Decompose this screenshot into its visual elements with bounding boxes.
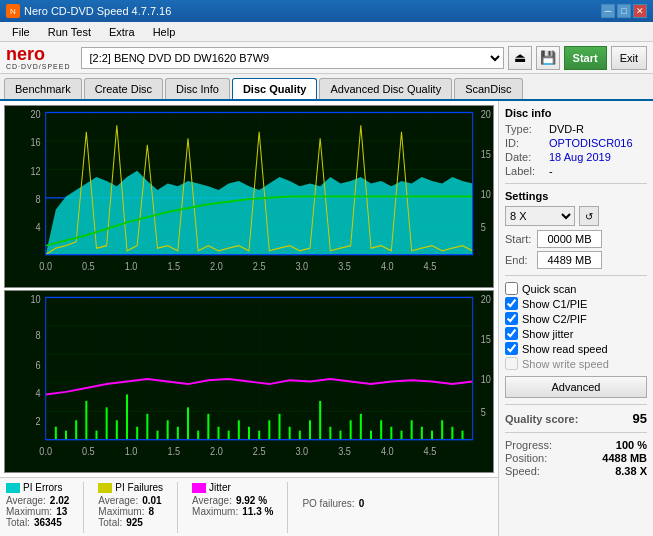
show-write-speed-label: Show write speed [522,358,609,370]
show-jitter-label: Show jitter [522,328,573,340]
disc-type-label: Type: [505,123,545,135]
pi-errors-max-label: Maximum: [6,506,52,517]
svg-text:4: 4 [35,387,40,399]
eject-icon[interactable]: ⏏ [508,46,532,70]
show-read-speed-label: Show read speed [522,343,608,355]
svg-text:10: 10 [30,293,40,305]
jitter-legend-color [192,483,206,493]
jitter-avg-label: Average: [192,495,232,506]
drive-selector[interactable]: [2:2] BENQ DVD DD DW1620 B7W9 [81,47,504,69]
end-label: End: [505,254,533,266]
tab-disc-quality[interactable]: Disc Quality [232,78,318,99]
svg-text:1.5: 1.5 [167,260,180,272]
po-failures-stats: PO failures: 0 [302,482,364,533]
pi-errors-legend-label: PI Errors [23,482,62,493]
svg-text:0.0: 0.0 [39,445,52,457]
minimize-button[interactable]: ─ [601,4,615,18]
charts-area: 20 16 12 8 4 20 15 10 5 0.0 0.5 1.0 1.5 … [0,101,498,477]
maximize-button[interactable]: □ [617,4,631,18]
menu-help[interactable]: Help [145,24,184,40]
pi-failures-avg-value: 0.01 [142,495,161,506]
exit-button[interactable]: Exit [611,46,647,70]
disc-id-label: ID: [505,137,545,149]
start-label: Start: [505,233,533,245]
menu-file[interactable]: File [4,24,38,40]
quick-scan-row: Quick scan [505,282,647,295]
svg-text:5: 5 [481,406,486,418]
close-button[interactable]: ✕ [633,4,647,18]
svg-text:4.5: 4.5 [424,260,437,272]
pi-errors-total-value: 36345 [34,517,62,528]
save-icon[interactable]: 💾 [536,46,560,70]
speed-selector[interactable]: 8 X [505,206,575,226]
title-bar-text: Nero CD-DVD Speed 4.7.7.16 [24,5,171,17]
divider-1 [505,183,647,184]
stat-separator-3 [287,482,288,533]
progress-label: Progress: [505,439,552,451]
svg-text:2.0: 2.0 [210,445,223,457]
menu-run-test[interactable]: Run Test [40,24,99,40]
svg-text:16: 16 [30,136,40,148]
show-jitter-row: Show jitter [505,327,647,340]
svg-text:15: 15 [481,333,491,345]
pi-failures-legend-label: PI Failures [115,482,163,493]
show-c1pie-row: Show C1/PIE [505,297,647,310]
progress-value: 100 % [616,439,647,451]
quick-scan-label: Quick scan [522,283,576,295]
show-write-speed-row: Show write speed [505,357,647,370]
right-panel: Disc info Type: DVD-R ID: OPTODISCR016 D… [498,101,653,536]
svg-text:12: 12 [30,165,40,177]
advanced-button[interactable]: Advanced [505,376,647,398]
start-button[interactable]: Start [564,46,607,70]
pi-errors-avg-value: 2.02 [50,495,69,506]
jitter-avg-value: 9.92 % [236,495,267,506]
pi-errors-total-label: Total: [6,517,30,528]
speed-refresh-icon[interactable]: ↺ [579,206,599,226]
divider-2 [505,275,647,276]
menu-bar: File Run Test Extra Help [0,22,653,42]
show-c2pif-label: Show C2/PIF [522,313,587,325]
pi-failures-max-value: 8 [148,506,154,517]
svg-text:4.5: 4.5 [424,445,437,457]
start-input[interactable] [537,230,602,248]
settings-title: Settings [505,190,647,202]
svg-text:1.0: 1.0 [125,445,138,457]
show-c2pif-checkbox[interactable] [505,312,518,325]
disc-type-row: Type: DVD-R [505,123,647,135]
pi-errors-legend-color [6,483,20,493]
show-write-speed-checkbox [505,357,518,370]
disc-label-label: Label: [505,165,545,177]
svg-text:0.5: 0.5 [82,260,95,272]
po-failures-value: 0 [359,498,365,509]
svg-text:6: 6 [35,359,40,371]
show-c1pie-label: Show C1/PIE [522,298,587,310]
pi-failures-max-label: Maximum: [98,506,144,517]
disc-type-value: DVD-R [549,123,584,135]
svg-text:15: 15 [481,148,491,160]
disc-id-row: ID: OPTODISCR016 [505,137,647,149]
show-read-speed-row: Show read speed [505,342,647,355]
logo-subtext: CD·DVD/SPEED [6,63,71,70]
menu-extra[interactable]: Extra [101,24,143,40]
pi-failures-total-label: Total: [98,517,122,528]
end-input[interactable] [537,251,602,269]
jitter-max-value: 11.3 % [242,506,273,517]
tab-scandisc[interactable]: ScanDisc [454,78,522,99]
svg-text:5: 5 [481,221,486,233]
divider-3 [505,404,647,405]
tab-disc-info[interactable]: Disc Info [165,78,230,99]
pi-errors-max-value: 13 [56,506,67,517]
svg-text:10: 10 [481,188,491,200]
svg-text:20: 20 [481,108,491,120]
tab-benchmark[interactable]: Benchmark [4,78,82,99]
app-icon: N [6,4,20,18]
show-c1pie-checkbox[interactable] [505,297,518,310]
svg-text:2.5: 2.5 [253,260,266,272]
quick-scan-checkbox[interactable] [505,282,518,295]
tab-create-disc[interactable]: Create Disc [84,78,163,99]
disc-date-row: Date: 18 Aug 2019 [505,151,647,163]
tab-advanced-disc-quality[interactable]: Advanced Disc Quality [319,78,452,99]
show-read-speed-checkbox[interactable] [505,342,518,355]
show-jitter-checkbox[interactable] [505,327,518,340]
pi-failures-stats: PI Failures Average: 0.01 Maximum: 8 Tot… [98,482,163,533]
